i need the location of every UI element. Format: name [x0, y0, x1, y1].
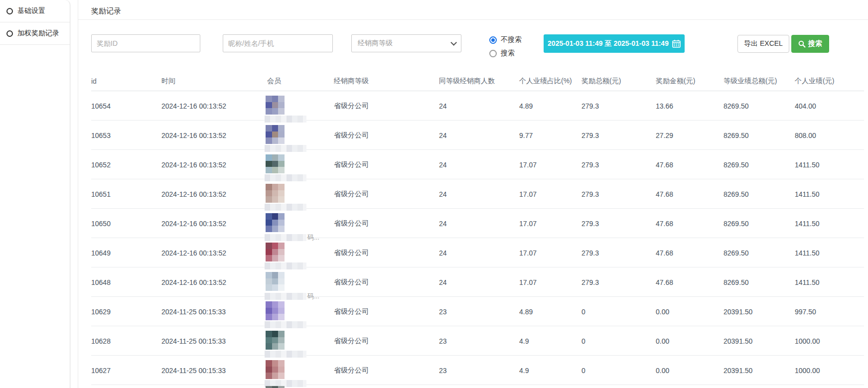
cell-reward-amount: 0.00: [656, 337, 723, 345]
cell-time: 2024-11-25 00:15:33: [161, 337, 267, 345]
cell-time: 2024-12-16 00:13:52: [161, 131, 267, 139]
table-row: 10628 2024-11-25 00:15:33 省级分公司 23 4.9 0…: [91, 326, 864, 356]
avatar: [266, 213, 285, 232]
sidebar-item-basic-settings[interactable]: 基础设置: [0, 0, 70, 22]
cell-member: 码...: [267, 267, 334, 297]
search-mode-radio-group: 不搜索 搜索: [489, 34, 522, 61]
cell-id: 10650: [91, 220, 161, 228]
cell-peer-count: 24: [439, 102, 519, 110]
cell-personal: 1411.50: [795, 249, 864, 257]
cell-dealer-level: 省级分公司: [334, 307, 439, 316]
cell-peer-count: 23: [439, 367, 519, 375]
cell-id: 10629: [91, 308, 161, 316]
cell-dealer-level: 省级分公司: [334, 366, 439, 375]
cell-ratio: 9.77: [519, 131, 581, 139]
col-header-peer-count: 同等级经销商人数: [439, 77, 519, 86]
export-excel-button[interactable]: 导出 EXCEL: [737, 35, 789, 53]
cell-peer-count: 24: [439, 278, 519, 286]
cell-level-total: 8269.50: [723, 161, 795, 169]
cell-reward-amount: 47.68: [656, 161, 723, 169]
cell-id: 10653: [91, 131, 161, 139]
cell-dealer-level: 省级分公司: [334, 219, 439, 228]
cell-reward-amount: 47.68: [656, 278, 723, 286]
sidebar-item-weighted-reward-records[interactable]: 加权奖励记录: [0, 22, 70, 45]
cell-time: 2024-11-25 00:15:33: [161, 367, 267, 375]
cell-level-total: 8269.50: [723, 131, 795, 139]
cell-id: 10654: [91, 102, 161, 110]
cell-level-total: 20391.50: [723, 308, 795, 316]
avatar: [266, 125, 285, 144]
cell-dealer-level: 省级分公司: [334, 131, 439, 140]
cell-dealer-level: 省级分公司: [334, 190, 439, 199]
cell-id: 10652: [91, 161, 161, 169]
cell-personal: 1411.50: [795, 190, 864, 198]
cell-peer-count: 24: [439, 131, 519, 139]
title-divider: [78, 19, 868, 20]
cell-peer-count: 24: [439, 220, 519, 228]
col-header-time: 时间: [161, 77, 267, 86]
cell-id: 10651: [91, 190, 161, 198]
cell-reward-amount: 47.68: [656, 249, 723, 257]
cell-member: [267, 150, 334, 179]
table-body: 10654 2024-12-16 00:13:52 省级分公司 24 4.89 …: [91, 91, 864, 385]
cell-reward-amount: 47.68: [656, 220, 723, 228]
cell-ratio: 17.07: [519, 249, 581, 257]
cell-reward-total: 0: [581, 337, 656, 345]
main-content: 奖励记录 经销商等级 不搜索 搜索 2025-01-03 11:49 至 202…: [78, 0, 868, 388]
date-range-button[interactable]: 2025-01-03 11:49 至 2025-01-03 11:49: [544, 34, 685, 53]
cell-peer-count: 24: [439, 161, 519, 169]
cell-member: [267, 91, 334, 121]
avatar: [266, 360, 285, 379]
table-row: 10653 2024-12-16 00:13:52 省级分公司 24 9.77 …: [91, 121, 864, 150]
cell-time: 2024-12-16 00:13:52: [161, 278, 267, 286]
table-row: 10649 2024-12-16 00:13:52 省级分公司 24 17.07…: [91, 238, 864, 267]
date-range-text: 2025-01-03 11:49 至 2025-01-03 11:49: [548, 39, 669, 48]
table-row: 10648 2024-12-16 00:13:52 码... 省级分公司 24 …: [91, 267, 864, 297]
cell-level-total: 8269.50: [723, 102, 795, 110]
avatar: [266, 331, 285, 350]
col-header-dealer-level: 经销商等级: [334, 77, 439, 86]
cell-ratio: 17.07: [519, 220, 581, 228]
reward-id-input[interactable]: [91, 34, 200, 52]
cell-time: 2024-12-16 00:13:52: [161, 249, 267, 257]
dealer-level-select-value: 经销商等级: [358, 39, 450, 48]
search-button[interactable]: 搜索: [791, 35, 829, 53]
cell-reward-total: 0: [581, 308, 656, 316]
cell-peer-count: 24: [439, 249, 519, 257]
app-window: 基础设置 加权奖励记录 奖励记录 经销商等级 不搜索 搜索: [0, 0, 868, 388]
radio-search[interactable]: 搜索: [489, 48, 522, 59]
cell-reward-total: 279.3: [581, 102, 656, 110]
table-row: 10627 2024-11-25 00:15:33 省级分公司 23 4.9 0…: [91, 356, 864, 385]
cell-peer-count: 24: [439, 190, 519, 198]
member-search-input[interactable]: [223, 34, 333, 52]
cell-reward-amount: 0.00: [656, 367, 723, 375]
cell-level-total: 20391.50: [723, 337, 795, 345]
cell-id: 10649: [91, 249, 161, 257]
cell-ratio: 4.89: [519, 102, 581, 110]
cell-time: 2024-12-16 00:13:52: [161, 190, 267, 198]
table-header: id 时间 会员 经销商等级 同等级经销商人数 个人业绩占比(%) 奖励总额(元…: [91, 72, 864, 91]
dealer-level-select[interactable]: 经销商等级: [351, 34, 461, 52]
radio-selected-icon[interactable]: [489, 36, 497, 44]
page-title: 奖励记录: [91, 6, 121, 16]
cell-id: 10628: [91, 337, 161, 345]
cell-reward-total: 279.3: [581, 249, 656, 257]
cell-personal: 1411.50: [795, 161, 864, 169]
radio-no-search[interactable]: 不搜索: [489, 34, 522, 45]
cell-dealer-level: 省级分公司: [334, 278, 439, 287]
cell-peer-count: 23: [439, 308, 519, 316]
avatar: [266, 96, 285, 115]
cell-id: 10627: [91, 367, 161, 375]
sidebar-item-label: 加权奖励记录: [17, 29, 59, 38]
search-button-label: 搜索: [808, 39, 822, 48]
avatar: [266, 243, 285, 261]
cell-member: 码...: [267, 209, 334, 238]
radio-unselected-icon[interactable]: [489, 50, 497, 57]
cell-level-total: 8269.50: [723, 220, 795, 228]
table-row: 10652 2024-12-16 00:13:52 省级分公司 24 17.07…: [91, 150, 864, 179]
col-header-reward-total: 奖励总额(元): [581, 77, 656, 86]
cell-time: 2024-11-25 00:15:33: [161, 308, 267, 316]
col-header-member: 会员: [267, 77, 334, 86]
cell-dealer-level: 省级分公司: [334, 249, 439, 258]
cell-level-total: 20391.50: [723, 367, 795, 375]
